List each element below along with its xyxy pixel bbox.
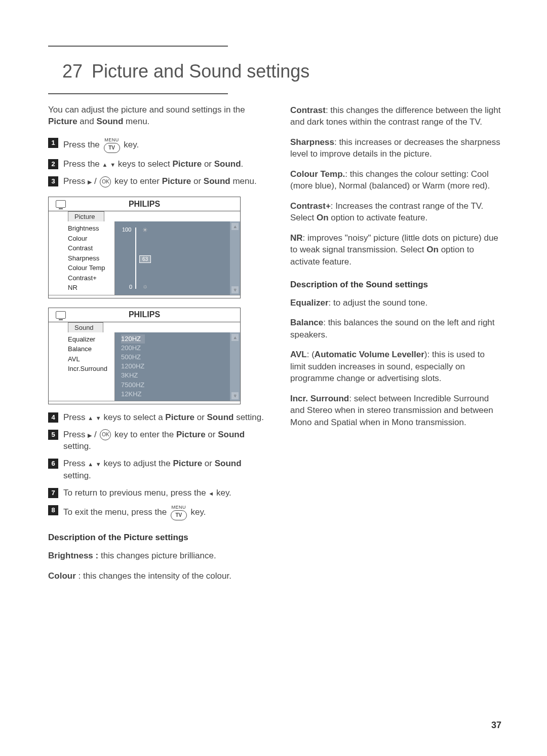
osd-brand: PHILIPS: [129, 200, 160, 209]
osd-scrollbar: ▵ ▿: [230, 221, 240, 295]
osd-slider-track: [135, 228, 136, 289]
s3b: /: [92, 176, 99, 186]
osd-item-equalizer: Equalizer: [68, 334, 112, 345]
chapter-number: 27: [62, 61, 83, 82]
step-badge-2: 2: [48, 159, 58, 169]
desc-colourtemp: Colour Temp.: this changes the colour se…: [290, 168, 501, 192]
step-3-body: Press / OK key to enter Picture or Sound…: [63, 175, 266, 187]
a: : (: [307, 350, 315, 359]
chapter-title: Picture and Sound settings: [92, 61, 309, 82]
osd-item-sharpness: Sharpness: [68, 253, 112, 263]
desc-incrsurround: Incr. Surround: select between Incredibl…: [290, 393, 501, 428]
osd-freq-500: 500HZ: [121, 353, 238, 362]
step-badge-3: 3: [48, 176, 58, 186]
down-arrow-icon: [110, 159, 115, 169]
s5a: Press: [63, 430, 88, 439]
step-2-body: Press the keys to select Picture or Soun…: [63, 158, 266, 170]
desc-contrastplus: Contrast+: Increases the contrast range …: [290, 200, 501, 224]
desc-balance: Balance: this balances the sound on the …: [290, 317, 501, 341]
sun-dim-icon: ☼: [142, 283, 148, 290]
s7b: key.: [214, 488, 231, 498]
s6e: Sound: [215, 459, 242, 468]
osd-item-contrastplus: Contrast+: [68, 273, 112, 283]
b: this changes picture brilliance.: [101, 551, 216, 560]
s5g: setting.: [63, 441, 91, 451]
sound-desc-heading: Description of the Sound settings: [290, 280, 501, 290]
sun-bright-icon: ☀: [142, 226, 148, 234]
page-number: 37: [491, 720, 501, 731]
menu-label: MENU: [172, 504, 186, 511]
step-1-text-a: Press the: [63, 140, 102, 149]
step-badge-6: 6: [48, 459, 58, 469]
t: Balance: [290, 318, 323, 327]
down-arrow-icon: [96, 412, 101, 422]
intro-prefix: You can adjust the picture and sound set…: [48, 105, 245, 115]
step-1-text-b: key.: [124, 140, 139, 149]
osd-item-contrast: Contrast: [68, 243, 112, 253]
step-badge-8: 8: [48, 505, 58, 515]
step-badge-5: 5: [48, 430, 58, 440]
s2a: Press the: [63, 159, 102, 169]
s4d: or: [194, 412, 207, 422]
osd-item-balance: Balance: [68, 344, 112, 354]
left-arrow-icon: [208, 488, 214, 498]
osd-picture-tab: Picture: [68, 211, 104, 221]
s3a: Press: [63, 176, 88, 186]
osd-footer: [49, 295, 240, 298]
intro-mid: and: [77, 117, 97, 126]
t: Sharpness: [290, 137, 334, 147]
osd-sound-tab: Sound: [68, 322, 103, 332]
osd-slider-preview: ▵ ▿ 100 0 ☀ ☼ 63: [114, 221, 240, 295]
menu-tv-icon: MENU TV: [171, 504, 187, 521]
s8a: To exit the menu, press the: [63, 507, 169, 516]
osd-scroll-down-icon: ▿: [231, 286, 239, 293]
desc-brightness: Brightness : this changes picture brilli…: [48, 550, 266, 561]
s6b: keys to adjust the: [101, 459, 173, 468]
s5e: or: [206, 430, 218, 439]
intro-text: You can adjust the picture and sound set…: [48, 104, 266, 128]
b: option to activate feature.: [329, 213, 428, 222]
desc-sharpness: Sharpness: this increases or decreases t…: [290, 136, 501, 160]
desc-equalizer: Equalizer: to adjust the sound tone.: [290, 297, 501, 309]
s5d: Picture: [176, 430, 206, 439]
step-6-body: Press keys to adjust the Picture or Soun…: [63, 458, 266, 482]
osd-sound-menu: Equalizer Balance AVL Incr.Surround: [49, 332, 114, 401]
s3c: key to enter: [112, 176, 162, 186]
osd-item-colour: Colour: [68, 234, 112, 244]
osd-freq-200: 200HZ: [121, 344, 238, 353]
chapter-heading: 27 Picture and Sound settings: [62, 61, 501, 82]
b: : to adjust the sound tone.: [329, 298, 428, 308]
s4b: keys to select a: [101, 412, 166, 422]
s3g: menu.: [230, 176, 257, 186]
right-arrow-icon: [88, 176, 92, 186]
desc-colour: Colour : this changes the intensity of t…: [48, 570, 266, 582]
osd-freq-7500: 7500HZ: [121, 381, 238, 390]
step-5-body: Press / OK key to enter the Picture or S…: [63, 429, 266, 453]
osd-freq-120: 120HZ: [121, 334, 145, 344]
step-badge-7: 7: [48, 488, 58, 498]
osd-freq-3k: 3KHZ: [121, 371, 238, 380]
intro-picture: Picture: [48, 117, 77, 126]
step-badge-4: 4: [48, 412, 58, 423]
s4e: Sound: [207, 412, 234, 422]
left-column: You can adjust the picture and sound set…: [48, 104, 266, 590]
t: Brightness :: [48, 551, 101, 560]
t: Colour: [48, 571, 76, 581]
intro-suffix: menu.: [123, 117, 149, 126]
s6f: setting.: [63, 471, 91, 480]
s2d: or: [202, 159, 214, 169]
step-3: 3 Press / OK key to enter Picture or Sou…: [48, 175, 266, 187]
t: NR: [290, 233, 303, 243]
s3d: Picture: [162, 176, 191, 186]
t: Contrast+: [290, 201, 331, 211]
up-arrow-icon: [88, 412, 93, 422]
on: On: [426, 245, 439, 254]
osd-slider-min: 0: [129, 284, 132, 290]
desc-avl: AVL: (Automatic Volume Leveller): this i…: [290, 349, 501, 384]
menu-tv-icon: MENU TV: [104, 137, 120, 154]
osd-item-colourtemp: Colour Temp: [68, 263, 112, 273]
osd-slider-max: 100: [122, 226, 131, 233]
osd-sound-panel: PHILIPS Sound Equalizer Balance AVL Incr…: [48, 308, 241, 404]
step-8: 8 To exit the menu, press the MENU TV ke…: [48, 504, 266, 521]
s2e: Sound: [214, 159, 241, 169]
